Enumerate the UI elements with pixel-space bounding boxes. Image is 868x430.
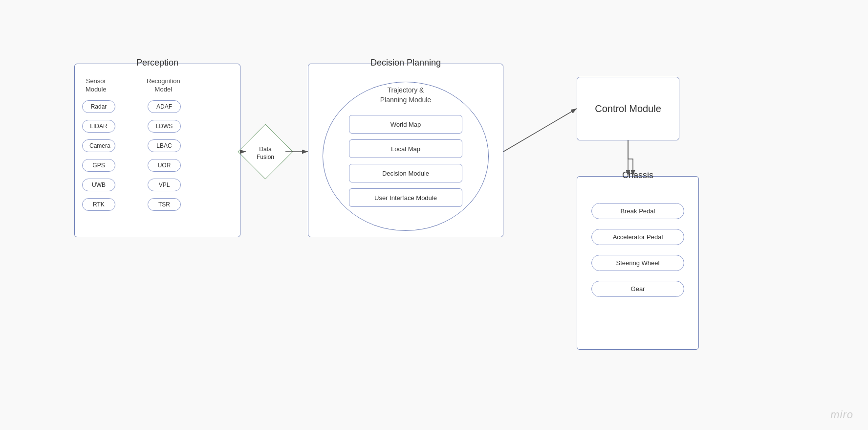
chassis-gear: Gear	[591, 281, 684, 297]
canvas: Perception SensorModule RecognitionModel…	[0, 0, 868, 430]
data-fusion-diamond: DataFusion	[246, 132, 285, 171]
ui-module-rect: User Interface Module	[349, 188, 462, 207]
control-module-box: Control Module	[577, 77, 679, 140]
miro-watermark: miro	[830, 408, 853, 421]
pill-tsr: TSR	[148, 198, 181, 211]
svg-line-3	[503, 109, 577, 152]
pill-lidar: LIDAR	[82, 120, 115, 133]
decision-planning-title: Decision Planning	[308, 58, 503, 68]
pill-vpl: VPL	[148, 179, 181, 191]
trajectory-label: Trajectory &Planning Module	[323, 86, 489, 105]
pill-rtk: RTK	[82, 198, 115, 211]
chassis-accelerator-pedal: Accelerator Pedal	[591, 229, 684, 245]
pill-ldws: LDWS	[148, 120, 181, 133]
sensor-module-label: SensorModule	[86, 77, 107, 94]
local-map-rect: Local Map	[349, 139, 462, 158]
pill-adaf: ADAF	[148, 100, 181, 113]
pill-uor: UOR	[148, 159, 181, 172]
pill-radar: Radar	[82, 100, 115, 113]
control-module-title: Control Module	[595, 102, 661, 115]
chassis-title: Chassis	[577, 170, 699, 181]
perception-title: Perception	[74, 58, 240, 68]
chassis-break-pedal: Break Pedal	[591, 203, 684, 219]
pill-camera: Camera	[82, 139, 115, 152]
data-fusion-label: DataFusion	[246, 146, 285, 161]
recognition-model-label: RecognitionModel	[147, 77, 180, 94]
chassis-steering-wheel: Steering Wheel	[591, 255, 684, 271]
pill-gps: GPS	[82, 159, 115, 172]
decision-module-rect: Decision Module	[349, 164, 462, 182]
world-map-rect: World Map	[349, 115, 462, 134]
pill-uwb: UWB	[82, 179, 115, 191]
pill-lbac: LBAC	[148, 139, 181, 152]
